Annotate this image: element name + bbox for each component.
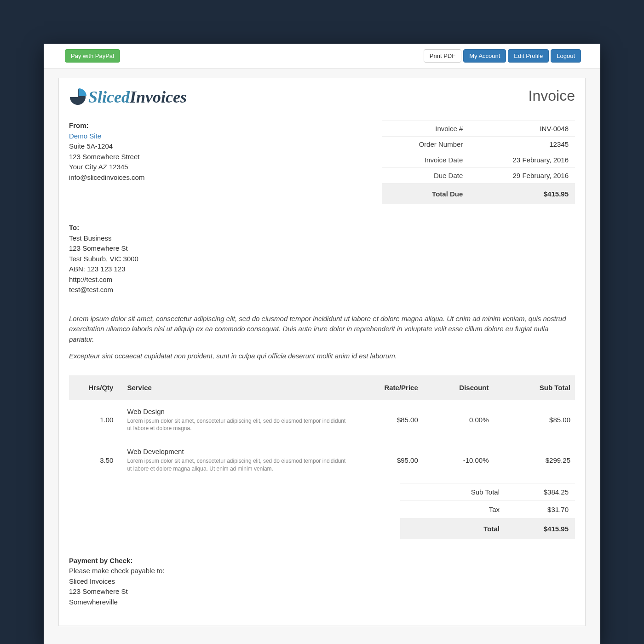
total-label: Total — [400, 518, 506, 539]
meta-row-total-due: Total Due $415.95 — [382, 184, 575, 205]
from-email: info@slicedinvoices.com — [69, 172, 144, 183]
invoice-header: SlicedInvoices Invoice — [69, 87, 575, 107]
order-number-value: 12345 — [469, 137, 575, 152]
item-rate: $85.00 — [352, 400, 423, 440]
col-qty: Hrs/Qty — [69, 375, 118, 400]
totals-subtotal-row: Sub Total $384.25 — [400, 483, 575, 500]
meta-row-order-number: Order Number 12345 — [382, 137, 575, 152]
item-qty: 3.50 — [69, 440, 118, 480]
item-discount: -10.00% — [423, 440, 494, 480]
payment-label: Payment by Check: — [69, 556, 575, 566]
due-date-value: 29 February, 2016 — [469, 168, 575, 184]
item-discount: 0.00% — [423, 400, 494, 440]
totals-table: Sub Total $384.25 Tax $31.70 Total $415.… — [400, 483, 575, 539]
from-label: From: — [69, 121, 144, 131]
payment-line2: Sliced Invoices — [69, 576, 575, 587]
header-row: From: Demo Site Suite 5A-1204 123 Somewh… — [69, 121, 575, 204]
from-site-link[interactable]: Demo Site — [69, 131, 144, 142]
invoice-meta-table: Invoice # INV-0048 Order Number 12345 In… — [382, 121, 575, 204]
total-due-label: Total Due — [382, 184, 469, 205]
pie-chart-icon — [69, 88, 86, 106]
topbar: Pay with PayPal Print PDF My Account Edi… — [44, 44, 600, 69]
item-rate: $95.00 — [352, 440, 423, 480]
line-items-table: Hrs/Qty Service Rate/Price Discount Sub … — [69, 375, 575, 480]
items-header-row: Hrs/Qty Service Rate/Price Discount Sub … — [69, 375, 575, 400]
from-line1: Suite 5A-1204 — [69, 141, 144, 152]
item-name: Web Development — [127, 448, 347, 455]
edit-profile-button[interactable]: Edit Profile — [508, 49, 549, 63]
to-label: To: — [69, 223, 575, 233]
item-subtotal: $85.00 — [494, 400, 575, 440]
total-value: $415.95 — [506, 518, 575, 539]
order-number-label: Order Number — [382, 137, 469, 152]
logo-text: SlicedInvoices — [88, 87, 187, 107]
description-p2: Excepteur sint occaecat cupidatat non pr… — [69, 351, 575, 362]
logo-word-2: Invoices — [130, 88, 187, 106]
to-block: To: Test Business 123 Somewhere St Test … — [69, 223, 575, 295]
payment-line4: Somewhereville — [69, 597, 575, 608]
description-p1: Lorem ipsum dolor sit amet, consectetur … — [69, 314, 575, 345]
item-subtotal: $299.25 — [494, 440, 575, 480]
to-line2: Test Suburb, VIC 3000 — [69, 254, 575, 264]
my-account-button[interactable]: My Account — [463, 49, 506, 63]
from-line2: 123 Somewhere Street — [69, 152, 144, 162]
document-title: Invoice — [529, 87, 575, 104]
item-qty: 1.00 — [69, 400, 118, 440]
print-pdf-button[interactable]: Print PDF — [424, 49, 461, 63]
logo-word-1: Sliced — [88, 88, 130, 106]
invoice-number-label: Invoice # — [382, 121, 469, 137]
to-url: http://test.com — [69, 275, 575, 285]
subtotal-label: Sub Total — [400, 483, 506, 500]
payment-line3: 123 Somewhere St — [69, 586, 575, 597]
meta-row-due-date: Due Date 29 February, 2016 — [382, 168, 575, 184]
tax-label: Tax — [400, 500, 506, 518]
from-block: From: Demo Site Suite 5A-1204 123 Somewh… — [69, 121, 144, 204]
invoice-date-value: 23 February, 2016 — [469, 152, 575, 168]
col-discount: Discount — [423, 375, 494, 400]
invoice-card: SlicedInvoices Invoice From: Demo Site S… — [58, 78, 586, 626]
pay-with-paypal-button[interactable]: Pay with PayPal — [65, 49, 120, 63]
tax-value: $31.70 — [506, 500, 575, 518]
payment-block: Payment by Check: Please make check paya… — [69, 556, 575, 608]
total-due-value: $415.95 — [469, 184, 575, 205]
payment-line1: Please make check payable to: — [69, 566, 575, 576]
item-desc: Lorem ipsum dolor sit amet, consectetur … — [127, 417, 347, 433]
invoice-date-label: Invoice Date — [382, 152, 469, 168]
topbar-right: Print PDF My Account Edit Profile Logout — [422, 49, 581, 63]
description-block: Lorem ipsum dolor sit amet, consectetur … — [69, 314, 575, 362]
from-line3: Your City AZ 12345 — [69, 162, 144, 172]
col-service: Service — [118, 375, 352, 400]
line-item-row: 1.00 Web Design Lorem ipsum dolor sit am… — [69, 400, 575, 440]
to-abn: ABN: 123 123 123 — [69, 264, 575, 275]
line-item-row: 3.50 Web Development Lorem ipsum dolor s… — [69, 440, 575, 480]
meta-row-invoice-date: Invoice Date 23 February, 2016 — [382, 152, 575, 168]
subtotal-value: $384.25 — [506, 483, 575, 500]
col-subtotal: Sub Total — [494, 375, 575, 400]
logout-button[interactable]: Logout — [551, 49, 581, 63]
invoice-number-value: INV-0048 — [469, 121, 575, 137]
col-rate: Rate/Price — [352, 375, 423, 400]
due-date-label: Due Date — [382, 168, 469, 184]
to-line1: 123 Somewhere St — [69, 243, 575, 254]
logo: SlicedInvoices — [69, 87, 187, 107]
item-name: Web Design — [127, 408, 347, 415]
meta-row-invoice-number: Invoice # INV-0048 — [382, 121, 575, 137]
to-email: test@test.com — [69, 285, 575, 295]
totals-tax-row: Tax $31.70 — [400, 500, 575, 518]
to-name: Test Business — [69, 233, 575, 244]
totals-grand-row: Total $415.95 — [400, 518, 575, 539]
page-container: Pay with PayPal Print PDF My Account Edi… — [44, 44, 600, 644]
item-desc: Lorem ipsum dolor sit amet, consectetur … — [127, 457, 347, 473]
